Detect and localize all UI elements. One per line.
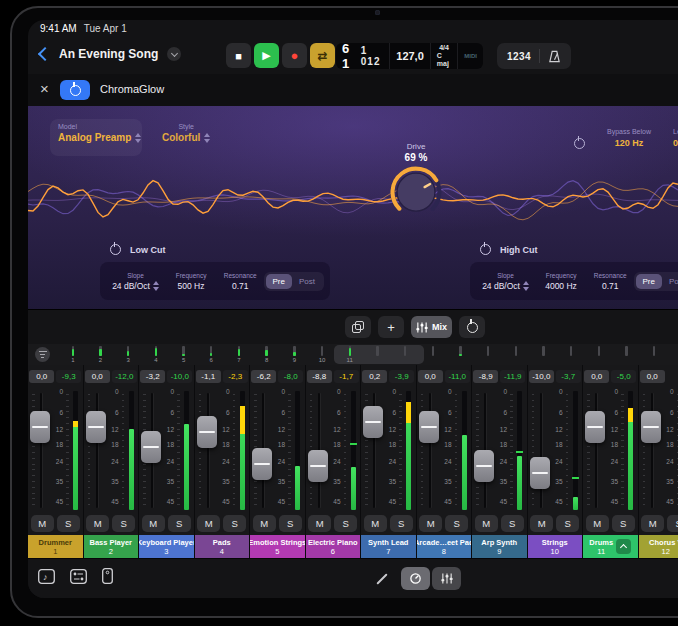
channel-gain-value[interactable]: 0,0 <box>85 370 110 383</box>
channel-gain-value[interactable]: -8,9 <box>473 370 498 383</box>
metronome-icon[interactable] <box>548 50 561 63</box>
track-label[interactable]: Drums 11 <box>583 535 638 558</box>
track-label[interactable]: Pads 4 <box>195 535 250 558</box>
mute-button[interactable]: M <box>419 515 442 532</box>
model-selector[interactable]: Model Analog Preamp <box>50 119 142 156</box>
low-cut-slope[interactable]: Slope 24 dB/Oct <box>106 272 165 291</box>
edit-pencil-icon[interactable] <box>376 573 387 584</box>
volume-fader[interactable] <box>141 431 161 463</box>
mute-button[interactable]: M <box>253 515 276 532</box>
volume-fader[interactable] <box>252 448 272 480</box>
high-cut-resonance[interactable]: Resonance 0.71 <box>587 272 634 291</box>
solo-button[interactable]: S <box>334 515 357 532</box>
mute-button[interactable]: M <box>364 515 387 532</box>
track-label[interactable]: Bass Player 2 <box>84 535 139 558</box>
copy-settings-button[interactable] <box>345 316 371 338</box>
lcd-signature-key[interactable]: 4/4 C maj <box>431 43 459 69</box>
stop-button[interactable]: ■ <box>226 43 251 68</box>
solo-button[interactable]: S <box>556 515 579 532</box>
expand-channel-button[interactable] <box>616 539 631 554</box>
channel-gain-value[interactable]: 0,0 <box>584 370 609 383</box>
count-in-button[interactable]: 1234 <box>507 51 531 62</box>
volume-fader[interactable] <box>419 411 439 443</box>
volume-fader[interactable] <box>308 450 328 482</box>
solo-button[interactable]: S <box>57 515 80 532</box>
channel-gain-value[interactable]: 0,0 <box>640 370 665 383</box>
volume-fader[interactable] <box>641 411 661 443</box>
channel-gain-value[interactable]: 0,0 <box>29 370 54 383</box>
solo-button[interactable]: S <box>667 515 678 532</box>
volume-fader[interactable] <box>530 457 550 489</box>
mute-button[interactable]: M <box>197 515 220 532</box>
filter-icon[interactable] <box>35 347 50 362</box>
solo-button[interactable]: S <box>168 515 191 532</box>
volume-fader[interactable] <box>363 406 383 438</box>
track-label[interactable]: Chorus V 12 <box>639 535 678 558</box>
drive-knob[interactable] <box>387 165 445 221</box>
mute-button[interactable]: M <box>475 515 498 532</box>
track-label[interactable]: Emotion Strings 5 <box>250 535 305 558</box>
style-selector[interactable]: Style Colorful <box>162 123 210 143</box>
bypass-below-control[interactable]: Bypass Below 120 Hz <box>599 128 659 148</box>
track-label[interactable]: Keyboard Player 3 <box>139 535 194 558</box>
volume-fader[interactable] <box>197 416 217 448</box>
channel-gain-value[interactable]: 0,2 <box>362 370 387 383</box>
mute-button[interactable]: M <box>31 515 54 532</box>
track-label[interactable]: Electric Piano 6 <box>306 535 361 558</box>
channel-gain-value[interactable]: -6,2 <box>251 370 276 383</box>
channel-gain-value[interactable]: -1,1 <box>196 370 221 383</box>
high-cut-frequency[interactable]: Frequency 4000 Hz <box>535 272 587 291</box>
high-cut-slope[interactable]: Slope 24 dB/Oct <box>476 272 535 291</box>
mute-button[interactable]: M <box>530 515 553 532</box>
song-menu-button[interactable] <box>167 47 181 61</box>
low-cut-resonance[interactable]: Resonance 0.71 <box>217 272 264 291</box>
mute-button[interactable]: M <box>641 515 664 532</box>
post-button[interactable]: Post <box>662 274 678 289</box>
channel-gain-value[interactable]: 0,0 <box>418 370 443 383</box>
track-label[interactable]: Arp Synth 9 <box>472 535 527 558</box>
close-icon[interactable]: × <box>40 80 49 97</box>
solo-button[interactable]: S <box>501 515 524 532</box>
volume-fader[interactable] <box>474 450 494 482</box>
mute-button[interactable]: M <box>86 515 109 532</box>
low-cut-frequency[interactable]: Frequency 500 Hz <box>165 272 217 291</box>
loops-browser-icon[interactable]: ♪ <box>38 569 55 584</box>
volume-fader[interactable] <box>585 411 605 443</box>
mixer-overview[interactable]: 1234567891011 <box>28 344 678 365</box>
channel-gain-value[interactable]: -8,8 <box>307 370 332 383</box>
track-label[interactable]: Synth Lead 7 <box>361 535 416 558</box>
solo-button[interactable]: S <box>612 515 635 532</box>
play-button[interactable]: ▶ <box>254 43 279 68</box>
drive-control[interactable]: Drive 69 % <box>380 142 452 225</box>
mixer-meters-icon[interactable] <box>70 569 87 584</box>
post-button[interactable]: Post <box>292 274 322 289</box>
mute-button[interactable]: M <box>142 515 165 532</box>
lcd-position[interactable]: 6 1 1 012 <box>336 43 390 69</box>
volume-fader[interactable] <box>30 411 50 443</box>
track-label[interactable]: Arcade…eet Pad 8 <box>417 535 472 558</box>
mixer-power-button[interactable] <box>459 316 485 338</box>
lcd-tempo[interactable]: 127,0 <box>390 43 431 69</box>
channel-gain-value[interactable]: -10,0 <box>529 370 554 383</box>
track-label[interactable]: Strings 10 <box>528 535 583 558</box>
solo-button[interactable]: S <box>445 515 468 532</box>
volume-fader[interactable] <box>86 411 106 443</box>
mix-view-button[interactable]: Mix <box>411 316 452 338</box>
lcd-display[interactable]: 6 1 1 012 127,0 4/4 C maj MIDI <box>336 43 483 69</box>
mute-button[interactable]: M <box>308 515 331 532</box>
solo-button[interactable]: S <box>279 515 302 532</box>
high-cut-power-icon[interactable] <box>480 244 491 255</box>
pre-button[interactable]: Pre <box>636 274 662 289</box>
channel-gain-value[interactable]: -3,2 <box>140 370 165 383</box>
song-title[interactable]: An Evening Song <box>59 47 158 61</box>
plugin-tile-icon[interactable] <box>102 568 113 584</box>
smart-controls-button[interactable] <box>401 567 430 590</box>
plugin-power-toggle[interactable] <box>60 80 90 100</box>
mixer-view-button[interactable] <box>432 567 461 590</box>
solo-button[interactable]: S <box>112 515 135 532</box>
add-plugin-button[interactable]: + <box>378 316 404 338</box>
cycle-button[interactable]: ⇄ <box>310 43 335 68</box>
solo-button[interactable]: S <box>390 515 413 532</box>
low-cut-power-icon[interactable] <box>110 244 121 255</box>
bypass-power-icon[interactable] <box>574 138 585 149</box>
